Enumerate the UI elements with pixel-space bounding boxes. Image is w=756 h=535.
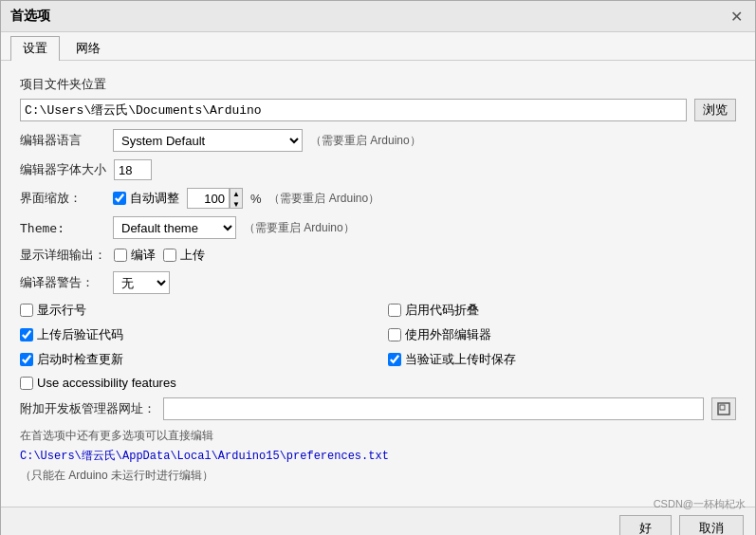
save-on-verify-label[interactable]: 当验证或上传时保存 — [388, 351, 737, 368]
enable-code-folding-checkbox[interactable] — [388, 304, 401, 317]
check-updates-label[interactable]: 启动时检查更新 — [20, 351, 369, 368]
verbose-upload-checkbox[interactable] — [163, 249, 176, 262]
board-manager-button[interactable] — [711, 397, 736, 420]
project-folder-label: 项目文件夹位置 — [20, 76, 736, 93]
show-line-numbers-label[interactable]: 显示行号 — [20, 302, 369, 319]
browse-button[interactable]: 浏览 — [694, 99, 736, 121]
checkboxes-left: 显示行号 上传后验证代码 启动时检查更新 Use accessibility f… — [20, 302, 369, 390]
use-external-editor-label[interactable]: 使用外部编辑器 — [388, 326, 737, 343]
board-manager-input[interactable] — [163, 397, 704, 420]
preferences-dialog: 首选项 ✕ 设置 网络 项目文件夹位置 浏览 编辑器语言 System Defa… — [0, 0, 756, 535]
theme-note: （需要重启 Arduino） — [244, 220, 355, 236]
save-on-verify-checkbox[interactable] — [388, 353, 401, 366]
enable-code-folding-label[interactable]: 启用代码折叠 — [388, 302, 737, 319]
project-folder-input[interactable] — [20, 99, 687, 121]
board-manager-section: 附加开发板管理器网址： 在首选项中还有更多选项可以直接编辑 C:\Users\缙… — [20, 397, 736, 484]
percent-sign: % — [250, 192, 262, 206]
verbose-upload-label[interactable]: 上传 — [163, 247, 205, 264]
cancel-button[interactable]: 取消 — [679, 515, 744, 535]
check-updates-checkbox[interactable] — [20, 353, 33, 366]
editor-language-label: 编辑器语言 — [20, 132, 105, 149]
readonly-note: （只能在 Arduino 未运行时进行编辑） — [20, 468, 736, 484]
editor-language-select[interactable]: System Default 中文(简体) English — [113, 129, 303, 152]
checkboxes-right: 启用代码折叠 使用外部编辑器 当验证或上传时保存 — [388, 302, 737, 390]
theme-row: Theme: Default theme Dark theme （需要重启 Ar… — [20, 216, 736, 239]
tab-bar: 设置 网络 — [1, 32, 755, 61]
compiler-warning-select[interactable]: 无 默认 更多 全部 — [113, 271, 170, 294]
tab-settings[interactable]: 设置 — [10, 36, 60, 61]
editor-font-input[interactable] — [114, 159, 152, 180]
editor-language-row: 编辑器语言 System Default 中文(简体) English （需要重… — [20, 129, 736, 152]
tab-network[interactable]: 网络 — [64, 36, 113, 60]
accessibility-checkbox[interactable] — [20, 377, 33, 390]
board-manager-label: 附加开发板管理器网址： — [20, 400, 156, 417]
auto-adjust-label[interactable]: 自动调整 — [113, 190, 179, 207]
scale-down-button[interactable]: ▼ — [230, 199, 242, 210]
info-text: 在首选项中还有更多选项可以直接编辑 — [20, 428, 736, 444]
verbose-compile-checkbox[interactable] — [114, 249, 127, 262]
theme-label: Theme: — [20, 221, 105, 235]
prefs-path[interactable]: C:\Users\缙云氏\AppData\Local\Arduino15\pre… — [20, 448, 736, 464]
expand-icon — [717, 402, 730, 415]
theme-select[interactable]: Default theme Dark theme — [113, 216, 236, 239]
dialog-footer: 好 取消 — [1, 507, 755, 535]
svg-rect-1 — [720, 405, 725, 410]
editor-language-note: （需要重启 Arduino） — [310, 133, 421, 149]
auto-adjust-checkbox[interactable] — [113, 192, 126, 205]
compiler-warning-label: 编译器警告： — [20, 274, 105, 291]
scale-note: （需要重启 Arduino） — [268, 191, 379, 207]
ok-button[interactable]: 好 — [619, 515, 672, 535]
verbose-compile-label[interactable]: 编译 — [114, 247, 156, 264]
use-external-editor-checkbox[interactable] — [388, 328, 401, 341]
show-line-numbers-checkbox[interactable] — [20, 304, 33, 317]
verbose-label: 显示详细输出： — [20, 247, 106, 264]
title-bar: 首选项 ✕ — [1, 1, 755, 32]
interface-scale-label: 界面缩放： — [20, 190, 105, 207]
project-folder-row: 浏览 — [20, 99, 736, 121]
compiler-warning-row: 编译器警告： 无 默认 更多 全部 — [20, 271, 736, 294]
settings-content: 项目文件夹位置 浏览 编辑器语言 System Default 中文(简体) E… — [1, 61, 755, 507]
editor-font-label: 编辑器字体大小 — [20, 161, 106, 178]
board-manager-row: 附加开发板管理器网址： — [20, 397, 736, 420]
scale-input[interactable] — [187, 188, 230, 209]
interface-scale-row: 界面缩放： 自动调整 ▲ ▼ % （需要重启 Arduino） — [20, 188, 736, 209]
dialog-title: 首选项 — [10, 8, 50, 25]
checkboxes-section: 显示行号 上传后验证代码 启动时检查更新 Use accessibility f… — [20, 302, 736, 390]
scale-spinner-buttons: ▲ ▼ — [230, 188, 243, 209]
verify-after-upload-checkbox[interactable] — [20, 328, 33, 341]
verify-after-upload-label[interactable]: 上传后验证代码 — [20, 326, 369, 343]
accessibility-label[interactable]: Use accessibility features — [20, 376, 369, 390]
scale-up-button[interactable]: ▲ — [230, 189, 242, 199]
verbose-row: 显示详细输出： 编译 上传 — [20, 247, 736, 264]
close-button[interactable]: ✕ — [727, 7, 746, 26]
editor-font-row: 编辑器字体大小 — [20, 159, 736, 180]
scale-spinner: ▲ ▼ — [187, 188, 243, 209]
